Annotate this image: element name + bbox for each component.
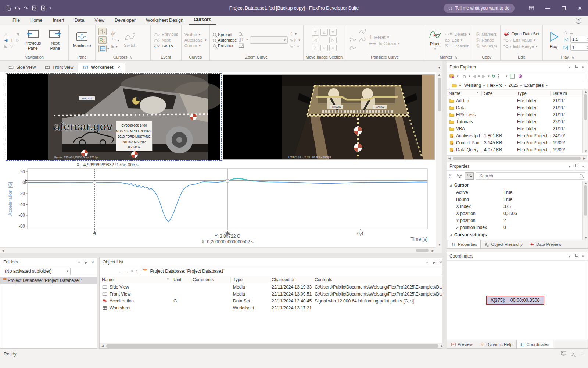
side-view-video[interactable]: MA0202 afercar.gov CV0065-008 2400 NCAP … bbox=[7, 74, 220, 160]
tab-list-dropdown-icon[interactable]: ▾ bbox=[438, 66, 440, 70]
object-list-row[interactable]: Front View Media 22/11/2024 13:09:51 C:\… bbox=[100, 290, 445, 297]
object-list-header[interactable]: Name▾ Unit Comments Type Changed on Cont… bbox=[100, 276, 445, 283]
update-document-icon[interactable] bbox=[40, 5, 46, 11]
marker-delete-dropdown[interactable]: ▭✕Delete▾ bbox=[445, 32, 470, 37]
explorer-row[interactable]: Analysis.fpd 1.801 KB FlexPro Project...… bbox=[447, 132, 588, 139]
curves-cursor-dropdown[interactable]: Cursor▾ bbox=[184, 43, 207, 48]
front-view-video[interactable]: MA0202 MA0202 Frame: 33 +76,95+,06 ms •S… bbox=[223, 74, 435, 160]
zoom-spread-button[interactable]: Spread bbox=[213, 32, 237, 37]
view-list-icon[interactable] bbox=[498, 74, 503, 79]
report-icon[interactable] bbox=[509, 74, 515, 79]
refresh-icon[interactable]: ↻ bbox=[492, 74, 495, 79]
translate-up-icon[interactable] bbox=[359, 29, 366, 36]
copy-values-button[interactable]: ⎘Value(s) bbox=[476, 44, 497, 49]
move-down-page-button[interactable]: ▽ bbox=[329, 29, 337, 36]
tell-me-search[interactable]: Tell me what you want to do bbox=[444, 4, 514, 13]
translate-reset-dropdown[interactable]: ⁜Reset▾ bbox=[369, 35, 400, 40]
zoom-xy-dropdown[interactable]: ∿⁺▾ bbox=[290, 44, 300, 49]
play-button[interactable]: Play bbox=[546, 31, 562, 50]
property-row[interactable]: Bound True bbox=[447, 196, 588, 203]
step-to-end-icon[interactable]: ▷| bbox=[564, 45, 568, 50]
object-list-row[interactable]: Worksheet Worksheet 22/11/2024 13:17:21 bbox=[100, 304, 445, 311]
refresh-document-icon[interactable] bbox=[32, 5, 37, 11]
zoom-range-combobox[interactable]: ▾ bbox=[250, 36, 288, 44]
tab-preview[interactable]: Preview bbox=[448, 340, 476, 348]
tab-properties[interactable]: Properties bbox=[448, 240, 481, 248]
settings-gear-icon[interactable] bbox=[517, 74, 523, 79]
pane-navigation-arrows[interactable]: △◥ ◀‖▷ ◣▽ bbox=[3, 31, 21, 49]
object-list-close-icon[interactable]: ✕ bbox=[439, 260, 442, 264]
object-list-breadcrumb[interactable]: Project Database: 'Project Database1' bbox=[140, 268, 443, 275]
tab-object-hierarchy[interactable]: Object Hierarchy bbox=[481, 240, 526, 248]
curves-visible-dropdown[interactable]: Visible▾ bbox=[184, 32, 207, 37]
resize-grip-icon[interactable] bbox=[578, 351, 583, 357]
bound-cursor-toggle-button[interactable] bbox=[98, 36, 107, 44]
explorer-row[interactable]: Tutorials File folder 22/11/ bbox=[447, 118, 588, 125]
close-button[interactable]: ✕ bbox=[572, 0, 588, 16]
coordinates-window-dropdown[interactable]: ▾ bbox=[107, 47, 109, 50]
qat-customize-icon[interactable]: ▾ bbox=[49, 7, 51, 10]
marker-edit-dropdown[interactable]: a̲bEdit▾ bbox=[445, 38, 470, 42]
zoom-in-button[interactable] bbox=[239, 32, 248, 36]
tab-file[interactable]: File bbox=[7, 17, 25, 25]
cursor-1-handle[interactable] bbox=[93, 181, 96, 184]
properties-search-input[interactable] bbox=[478, 173, 577, 179]
explorer-forward-icon[interactable]: ▶ bbox=[482, 74, 485, 79]
property-row[interactable]: Y position ? bbox=[447, 217, 588, 224]
tab-data-preview[interactable]: Data Preview bbox=[527, 240, 564, 248]
collapse-levels-icon[interactable] bbox=[110, 269, 116, 274]
ribbon-display-options-button[interactable] bbox=[523, 0, 539, 16]
move-down-small-button[interactable]: ▽ bbox=[312, 29, 319, 36]
cursor-style-icon[interactable]: ╬² bbox=[111, 31, 119, 36]
tab-data[interactable]: Data bbox=[69, 17, 89, 25]
explorer-row[interactable]: Control Pan... 3.145 KB FlexPro Project.… bbox=[447, 139, 588, 146]
coordinates-pin-icon[interactable] bbox=[574, 254, 578, 258]
curves-autoscale-dropdown[interactable]: Autoscale▾ bbox=[184, 38, 207, 42]
data-explorer-close-icon[interactable]: ✕ bbox=[582, 65, 585, 69]
toggle-description-button[interactable] bbox=[465, 172, 474, 180]
explorer-row[interactable]: VBA File folder 21/11/ bbox=[447, 125, 588, 132]
layout-mode-icon[interactable] bbox=[561, 351, 566, 357]
save-icon[interactable] bbox=[5, 5, 11, 11]
object-list-horizontal-scrollbar[interactable]: ◀ ▶ bbox=[100, 343, 445, 348]
coordinates-menu-icon[interactable]: ▾ bbox=[569, 254, 571, 258]
move-left-button[interactable]: ◁ bbox=[312, 37, 319, 43]
subfolder-dropdown[interactable]: (No activated subfolder)▾ bbox=[3, 268, 71, 275]
marker-position-button[interactable]: ⇱▭Position bbox=[445, 43, 470, 49]
cursor-toggle-button[interactable] bbox=[98, 28, 107, 35]
place-marker-button[interactable]: Place ▾ bbox=[427, 29, 443, 52]
coordinates-close-icon[interactable]: ✕ bbox=[582, 254, 585, 258]
zoom-previous-button[interactable]: Previous bbox=[213, 43, 237, 48]
object-list-pin-icon[interactable] bbox=[432, 260, 435, 264]
maximize-button[interactable] bbox=[556, 0, 572, 16]
object-list-row[interactable]: Side View Media 22/11/2024 13:19:33 C:\U… bbox=[100, 283, 445, 290]
nav-back-icon[interactable]: ← bbox=[118, 269, 122, 274]
open-data-set-button[interactable]: Open Data Set bbox=[503, 32, 539, 36]
tab-cursors[interactable]: Cursors bbox=[189, 16, 216, 25]
copy-markers-button[interactable]: ⎘Markers bbox=[476, 32, 497, 37]
translate-down-icon[interactable] bbox=[349, 45, 356, 52]
maximize-pane-button[interactable]: Maximize bbox=[72, 31, 92, 49]
categorized-icon[interactable] bbox=[457, 173, 463, 178]
zoom-section-dropdown[interactable]: ⊹▾ bbox=[290, 31, 300, 36]
tab-developer[interactable]: Developer bbox=[110, 17, 141, 25]
property-row[interactable]: X position 0,3506 bbox=[447, 210, 588, 217]
tab-home[interactable]: Home bbox=[25, 17, 47, 25]
zoom-y-dropdown[interactable]: ∿⇕▾ bbox=[290, 38, 300, 43]
properties-menu-icon[interactable]: ▾ bbox=[569, 164, 571, 169]
tab-insert[interactable]: Insert bbox=[48, 17, 69, 25]
minimize-button[interactable]: — bbox=[539, 0, 556, 16]
zoom-level-icon[interactable] bbox=[571, 353, 574, 356]
edit-value-dropdown[interactable]: ⌥₁₂Edit Value▾ bbox=[503, 38, 539, 43]
search-data-icon[interactable] bbox=[461, 74, 467, 79]
doc-tab-front-view[interactable]: Front View bbox=[40, 63, 78, 72]
move-right-button[interactable]: ▷ bbox=[329, 37, 337, 43]
event-previous-button[interactable]: Previous bbox=[154, 32, 178, 37]
tab-dynamic-help[interactable]: Dynamic Help bbox=[477, 340, 516, 348]
move-up-left-button[interactable]: △ bbox=[312, 45, 319, 51]
zoom-time-range-button[interactable] bbox=[239, 43, 248, 48]
folder-plain-icon[interactable] bbox=[89, 269, 95, 274]
place-marker-dropdown[interactable]: ▾ bbox=[434, 47, 436, 51]
project-database-item[interactable]: Project Database: 'Project Database1' bbox=[0, 277, 97, 284]
translate-left-icon[interactable] bbox=[349, 37, 356, 44]
